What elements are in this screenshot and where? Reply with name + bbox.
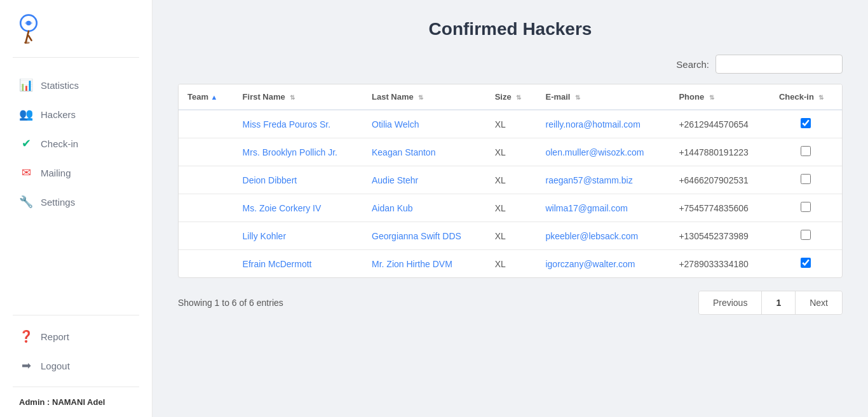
report-icon: ❓ xyxy=(19,329,33,343)
sidebar-item-label-report: Report xyxy=(41,331,69,342)
cell-team-1 xyxy=(179,138,234,166)
col-firstname[interactable]: First Name ⇅ xyxy=(234,84,363,110)
checkin-checkbox-0[interactable] xyxy=(801,118,811,128)
checkin-checkbox-1[interactable] xyxy=(801,146,811,156)
sidebar-item-label-checkin: Check-in xyxy=(41,138,78,149)
cell-lastname-2[interactable]: Audie Stehr xyxy=(363,166,486,194)
cell-firstname-1[interactable]: Mrs. Brooklyn Pollich Jr. xyxy=(234,138,363,166)
cell-phone-1: +1447880191223 xyxy=(670,138,770,166)
firstname-sort-icon: ⇅ xyxy=(290,94,295,101)
sidebar-item-settings[interactable]: 🔧 Settings xyxy=(0,187,152,216)
col-phone[interactable]: Phone ⇅ xyxy=(670,84,770,110)
cell-firstname-2[interactable]: Deion Dibbert xyxy=(234,166,363,194)
search-label: Search: xyxy=(676,59,709,70)
cell-lastname-0[interactable]: Otilia Welch xyxy=(363,110,486,138)
sidebar-item-label-logout: Logout xyxy=(41,361,70,371)
statistics-icon: 📊 xyxy=(19,78,33,92)
email-sort-icon: ⇅ xyxy=(575,94,580,101)
svg-line-3 xyxy=(29,36,32,40)
size-sort-icon: ⇅ xyxy=(516,94,521,101)
previous-button[interactable]: Previous xyxy=(699,291,762,314)
table-row: Efrain McDermott Mr. Zion Hirthe DVM XL … xyxy=(179,250,842,278)
cell-phone-2: +6466207902531 xyxy=(670,166,770,194)
cell-size-5: XL xyxy=(486,250,537,278)
cell-firstname-3[interactable]: Ms. Zoie Corkery IV xyxy=(234,194,363,222)
cell-checkin-3[interactable] xyxy=(770,194,842,222)
cell-email-5[interactable]: igorczany@walter.com xyxy=(536,250,670,278)
page-title: Confirmed Hackers xyxy=(178,19,843,39)
cell-email-1[interactable]: olen.muller@wisozk.com xyxy=(536,138,670,166)
cell-lastname-4[interactable]: Georgianna Swift DDS xyxy=(363,222,486,250)
app-logo-icon xyxy=(13,13,44,44)
sidebar: 📊 Statistics 👥 Hackers ✔ Check-in ✉ Mail… xyxy=(0,0,153,417)
cell-checkin-2[interactable] xyxy=(770,166,842,194)
cell-checkin-4[interactable] xyxy=(770,222,842,250)
cell-firstname-0[interactable]: Miss Freda Pouros Sr. xyxy=(234,110,363,138)
cell-checkin-0[interactable] xyxy=(770,110,842,138)
svg-point-1 xyxy=(26,21,31,25)
next-button[interactable]: Next xyxy=(796,291,842,314)
col-size[interactable]: Size ⇅ xyxy=(486,84,537,110)
checkin-checkbox-3[interactable] xyxy=(801,202,811,212)
cell-checkin-1[interactable] xyxy=(770,138,842,166)
logo-area xyxy=(0,0,152,57)
lastname-sort-icon: ⇅ xyxy=(418,94,423,101)
cell-lastname-3[interactable]: Aidan Kub xyxy=(363,194,486,222)
sidebar-item-statistics[interactable]: 📊 Statistics xyxy=(0,70,152,100)
cell-team-3 xyxy=(179,194,234,222)
phone-sort-icon: ⇅ xyxy=(709,94,714,101)
cell-size-0: XL xyxy=(486,110,537,138)
showing-text: Showing 1 to 6 of 6 entries xyxy=(178,298,283,308)
table-row: Deion Dibbert Audie Stehr XL raegan57@st… xyxy=(179,166,842,194)
cell-checkin-5[interactable] xyxy=(770,250,842,278)
svg-line-2 xyxy=(25,31,29,43)
col-email[interactable]: E-mail ⇅ xyxy=(536,84,670,110)
cell-phone-4: +1305452373989 xyxy=(670,222,770,250)
hackers-icon: 👥 xyxy=(19,107,33,121)
cell-email-0[interactable]: reilly.nora@hotmail.com xyxy=(536,110,670,138)
checkin-sort-icon: ⇅ xyxy=(818,94,824,101)
cell-team-2 xyxy=(179,166,234,194)
team-sort-icon: ▲ xyxy=(211,93,218,101)
logout-icon: ➡ xyxy=(19,359,33,373)
cell-firstname-4[interactable]: Lilly Kohler xyxy=(234,222,363,250)
search-input[interactable] xyxy=(715,55,843,74)
checkin-icon: ✔ xyxy=(19,136,33,150)
table-body: Miss Freda Pouros Sr. Otilia Welch XL re… xyxy=(179,110,842,277)
pagination-controls: Previous 1 Next xyxy=(698,291,843,315)
cell-lastname-1[interactable]: Keagan Stanton xyxy=(363,138,486,166)
settings-icon: 🔧 xyxy=(19,195,33,209)
cell-size-1: XL xyxy=(486,138,537,166)
sidebar-secondary-nav: ❓ Report ➡ Logout xyxy=(0,315,152,387)
admin-info: Admin : NAMANI Adel xyxy=(0,387,152,417)
cell-email-2[interactable]: raegan57@stamm.biz xyxy=(536,166,670,194)
sidebar-item-checkin[interactable]: ✔ Check-in xyxy=(0,129,152,158)
cell-firstname-5[interactable]: Efrain McDermott xyxy=(234,250,363,278)
cell-phone-5: +2789033334180 xyxy=(670,250,770,278)
cell-email-4[interactable]: pkeebler@lebsack.com xyxy=(536,222,670,250)
cell-size-3: XL xyxy=(486,194,537,222)
col-checkin[interactable]: Check-in ⇅ xyxy=(770,84,842,110)
sidebar-item-mailing[interactable]: ✉ Mailing xyxy=(0,158,152,187)
col-lastname[interactable]: Last Name ⇅ xyxy=(363,84,486,110)
sidebar-item-label-statistics: Statistics xyxy=(41,80,79,91)
checkin-checkbox-5[interactable] xyxy=(801,258,811,268)
checkin-checkbox-4[interactable] xyxy=(801,230,811,240)
page-1-button[interactable]: 1 xyxy=(762,291,796,314)
table-row: Miss Freda Pouros Sr. Otilia Welch XL re… xyxy=(179,110,842,138)
cell-size-2: XL xyxy=(486,166,537,194)
cell-email-3[interactable]: wilma17@gmail.com xyxy=(536,194,670,222)
table-header-row: Team ▲ First Name ⇅ Last Name ⇅ Size ⇅ xyxy=(179,84,842,110)
cell-phone-0: +2612944570654 xyxy=(670,110,770,138)
col-team[interactable]: Team ▲ xyxy=(179,84,234,110)
search-bar: Search: xyxy=(178,55,843,74)
sidebar-item-hackers[interactable]: 👥 Hackers xyxy=(0,100,152,129)
checkin-checkbox-2[interactable] xyxy=(801,174,811,184)
sidebar-item-report[interactable]: ❓ Report xyxy=(0,322,152,351)
cell-lastname-5[interactable]: Mr. Zion Hirthe DVM xyxy=(363,250,486,278)
cell-size-4: XL xyxy=(486,222,537,250)
sidebar-item-logout[interactable]: ➡ Logout xyxy=(0,351,152,380)
sidebar-nav: 📊 Statistics 👥 Hackers ✔ Check-in ✉ Mail… xyxy=(0,58,152,315)
hackers-table-wrapper: Team ▲ First Name ⇅ Last Name ⇅ Size ⇅ xyxy=(178,84,843,278)
cell-phone-3: +7545774835606 xyxy=(670,194,770,222)
